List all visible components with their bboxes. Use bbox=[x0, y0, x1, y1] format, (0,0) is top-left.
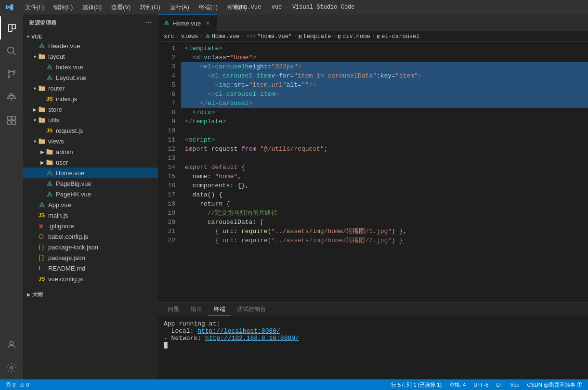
breadcrumb-div-home[interactable]: ◧ div.Home bbox=[338, 33, 370, 40]
vue-file-icon bbox=[46, 169, 54, 176]
activity-search[interactable] bbox=[0, 39, 23, 63]
sidebar-item-label: store bbox=[48, 106, 62, 113]
sidebar-item-label: views bbox=[48, 138, 64, 145]
breadcrumb-template[interactable]: ◧ template bbox=[299, 33, 331, 40]
editor-tab-home-vue[interactable]: Home.vue × bbox=[158, 14, 217, 31]
sidebar-item-index-vue-layout[interactable]: Index.vue bbox=[23, 62, 158, 72]
code-line-10 bbox=[181, 126, 588, 135]
menu-terminal[interactable]: 终端(T) bbox=[195, 2, 222, 13]
sidebar-item-layout-folder[interactable]: ▾ layout bbox=[23, 51, 158, 62]
main-layout: 资源管理器 ··· ▾ VUE Header.vue ▾ layout bbox=[0, 14, 588, 379]
sidebar-item-label: request.js bbox=[56, 127, 83, 134]
breadcrumb-home-vue[interactable]: Home.vue bbox=[205, 33, 240, 40]
code-line-9: </template> bbox=[181, 117, 588, 126]
panel-tab-debug[interactable]: 调试控制台 bbox=[231, 303, 272, 315]
sidebar-item-header-vue[interactable]: Header.vue bbox=[23, 40, 158, 51]
activity-bar bbox=[0, 14, 23, 379]
vue-file-icon bbox=[46, 180, 54, 187]
sidebar-item-layout-vue[interactable]: Layout.vue bbox=[23, 72, 158, 83]
sidebar-item-store-folder[interactable]: ▶ store bbox=[23, 104, 158, 115]
sidebar-item-pagehk-vue[interactable]: PageHK.vue bbox=[23, 189, 158, 199]
panel-tab-output[interactable]: 输出 bbox=[185, 303, 208, 315]
sidebar-item-request-js[interactable]: JS request.js bbox=[23, 125, 158, 136]
sidebar-item-user-folder[interactable]: ▶ user bbox=[23, 157, 158, 168]
menu-view[interactable]: 查看(V) bbox=[107, 2, 134, 13]
code-content[interactable]: <template> <div class="Home"> <el-carous… bbox=[181, 42, 588, 302]
breadcrumb-el-carousel[interactable]: ◧ el-carousel bbox=[377, 33, 420, 40]
breadcrumb-script-label[interactable]: </> "home.vue" bbox=[246, 33, 292, 40]
sidebar-item-gitignore[interactable]: ⊗ .gitignore bbox=[23, 221, 158, 231]
section-vue-label: ▾ VUE bbox=[23, 31, 158, 40]
vue-file-icon bbox=[46, 74, 54, 81]
sidebar-header: 资源管理器 ··· bbox=[23, 14, 158, 31]
panel-tab-terminal[interactable]: 终端 bbox=[208, 303, 231, 316]
code-line-3: <el-carousel height="322px"> bbox=[181, 62, 588, 71]
svg-point-2 bbox=[8, 47, 14, 53]
status-position[interactable]: 行 57, 列 1 (已选择 1) bbox=[389, 381, 444, 389]
code-line-20: carouselData: [ bbox=[181, 218, 588, 227]
code-line-5: <img :src="item.url" alt="" /> bbox=[181, 80, 588, 90]
activity-git[interactable] bbox=[0, 63, 23, 86]
sidebar-item-label: user bbox=[56, 159, 68, 166]
activity-account[interactable] bbox=[0, 333, 23, 356]
sidebar-item-pagebig-vue[interactable]: PageBig.vue bbox=[23, 178, 158, 189]
sidebar-item-main-js[interactable]: JS main.js bbox=[23, 210, 158, 221]
sidebar-item-home-vue[interactable]: Home.vue bbox=[23, 168, 158, 178]
terminal-cursor: █ bbox=[164, 342, 168, 349]
window-title: Home.vue - vue - Visual Studio Code bbox=[233, 4, 354, 11]
breadcrumb-views[interactable]: views bbox=[181, 33, 198, 40]
sidebar-item-router-folder[interactable]: ▾ router bbox=[23, 83, 158, 93]
code-line-7: </el-carousel> bbox=[181, 99, 588, 108]
git-file-icon: ⊗ bbox=[39, 222, 46, 229]
status-csdn[interactable]: CSDN @刷题不搞事 ① bbox=[525, 381, 584, 389]
sidebar-item-package-json[interactable]: { } package.json bbox=[23, 252, 158, 263]
tab-close-button[interactable]: × bbox=[204, 19, 211, 27]
sidebar-item-babel-config[interactable]: ⬡ babel.config.js bbox=[23, 231, 158, 242]
activity-extensions[interactable] bbox=[0, 109, 23, 132]
sidebar-item-label: .gitignore bbox=[48, 222, 74, 230]
status-language[interactable]: Vue bbox=[508, 382, 521, 388]
sidebar-item-vue-config[interactable]: JS vue.config.js bbox=[23, 273, 158, 284]
sidebar-item-router-index-js[interactable]: JS index.js bbox=[23, 93, 158, 104]
menu-run[interactable]: 运行(A) bbox=[166, 2, 193, 13]
sidebar-item-package-lock[interactable]: { } package-lock.json bbox=[23, 242, 158, 252]
svg-rect-9 bbox=[12, 117, 15, 120]
breadcrumb-label: views bbox=[181, 33, 198, 40]
status-bar: ⓪ 0 ⚠ 0 行 57, 列 1 (已选择 1) 空格: 4 UTF-8 LF… bbox=[0, 379, 588, 390]
sidebar-item-views-folder[interactable]: ▾ views bbox=[23, 136, 158, 146]
sidebar-item-label: Layout.vue bbox=[56, 74, 87, 81]
sidebar-item-admin-folder[interactable]: ▶ admin bbox=[23, 146, 158, 157]
folder-icon-layout bbox=[39, 53, 46, 59]
vue-file-icon bbox=[39, 42, 46, 49]
panel-tab-problems[interactable]: 问题 bbox=[162, 303, 185, 315]
status-encoding[interactable]: UTF-8 bbox=[471, 382, 490, 388]
menu-goto[interactable]: 转到(G) bbox=[136, 2, 164, 13]
folder-arrow-store: ▶ bbox=[31, 105, 39, 113]
sidebar-item-utils-folder[interactable]: ▾ utils bbox=[23, 115, 158, 125]
sidebar: 资源管理器 ··· ▾ VUE Header.vue ▾ layout bbox=[23, 14, 158, 379]
menu-file[interactable]: 文件(F) bbox=[21, 2, 48, 13]
terminal-local-link[interactable]: http://localhost:8080/ bbox=[197, 327, 280, 335]
code-line-2: <div class="Home"> bbox=[181, 53, 588, 62]
activity-settings[interactable] bbox=[0, 356, 23, 379]
breadcrumb-label: el-carousel bbox=[381, 33, 419, 40]
sidebar-item-app-vue[interactable]: App.vue bbox=[23, 199, 158, 210]
menu-edit[interactable]: 编辑(E) bbox=[50, 2, 77, 13]
code-line-21: { url: require("../assets/img/home/轮播图/1… bbox=[181, 227, 588, 236]
tab-vue-icon bbox=[164, 20, 170, 27]
activity-explorer[interactable] bbox=[0, 16, 23, 39]
activity-debug[interactable] bbox=[0, 86, 23, 109]
panel: 问题 输出 终端 调试控制台 App running at: - Local: … bbox=[158, 302, 588, 379]
code-line-17: data() { bbox=[181, 190, 588, 199]
status-errors[interactable]: ⓪ 0 ⚠ 0 bbox=[4, 381, 31, 389]
terminal-network-link[interactable]: http://192.168.8.16:8080/ bbox=[205, 335, 299, 342]
status-line-ending[interactable]: LF bbox=[495, 382, 505, 388]
folder-arrow-views: ▾ bbox=[31, 137, 39, 145]
status-right: 行 57, 列 1 (已选择 1) 空格: 4 UTF-8 LF Vue CSD… bbox=[389, 381, 584, 389]
sidebar-item-readme[interactable]: ℹ README.md bbox=[23, 263, 158, 273]
sidebar-more-button[interactable]: ··· bbox=[145, 18, 152, 27]
menu-select[interactable]: 选择(S) bbox=[78, 2, 105, 13]
sidebar-item-label: Index.vue bbox=[56, 64, 83, 71]
breadcrumb-src[interactable]: src bbox=[164, 33, 174, 40]
status-spaces[interactable]: 空格: 4 bbox=[447, 381, 468, 389]
